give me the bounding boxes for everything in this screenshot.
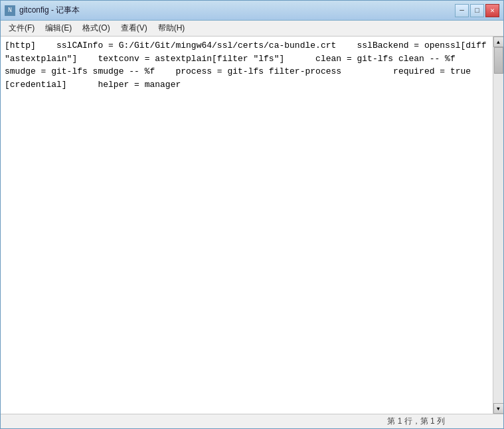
- scroll-up-button[interactable]: ▲: [493, 37, 504, 47]
- close-button[interactable]: ✕: [485, 4, 499, 17]
- menu-bar: 文件(F) 编辑(E) 格式(O) 查看(V) 帮助(H): [1, 21, 503, 37]
- scrollbar-thumb[interactable]: [494, 47, 503, 74]
- notepad-window: N gitconfig - 记事本 ─ □ ✕ 文件(F) 编辑(E) 格式(O…: [0, 0, 504, 429]
- title-bar-left: N gitconfig - 记事本: [5, 5, 80, 16]
- content-area: ▲ ▼: [1, 37, 503, 414]
- title-bar: N gitconfig - 记事本 ─ □ ✕: [1, 1, 503, 21]
- menu-view[interactable]: 查看(V): [116, 21, 153, 35]
- menu-edit[interactable]: 编辑(E): [40, 21, 77, 35]
- text-editor[interactable]: [1, 37, 493, 414]
- vertical-scrollbar: ▲ ▼: [493, 37, 503, 414]
- scrollbar-track[interactable]: [493, 47, 504, 403]
- maximize-button[interactable]: □: [470, 4, 484, 17]
- minimize-button[interactable]: ─: [455, 4, 469, 17]
- menu-help[interactable]: 帮助(H): [153, 21, 191, 35]
- app-icon: N: [5, 5, 15, 16]
- scroll-down-button[interactable]: ▼: [493, 403, 504, 414]
- window-title: gitconfig - 记事本: [19, 5, 80, 16]
- status-bar: 第 1 行，第 1 列: [1, 414, 503, 428]
- menu-format[interactable]: 格式(O): [77, 21, 115, 35]
- window-controls: ─ □ ✕: [455, 4, 499, 17]
- menu-file[interactable]: 文件(F): [3, 21, 40, 35]
- app-icon-letter: N: [8, 7, 12, 14]
- cursor-position: 第 1 行，第 1 列: [387, 416, 445, 427]
